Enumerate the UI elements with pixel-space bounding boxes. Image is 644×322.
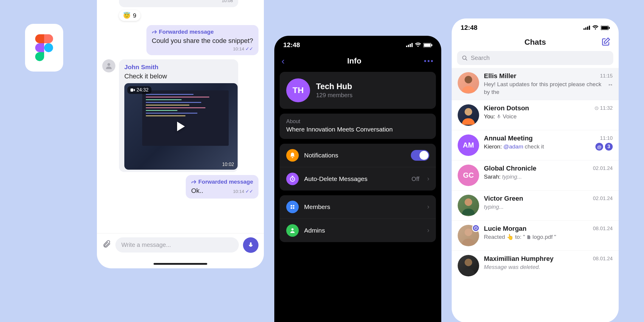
svg-rect-4 [406, 46, 407, 47]
chats-header: Chats [452, 34, 619, 51]
mic-icon [247, 242, 254, 248]
video-duration-badge: 24:32 [127, 86, 151, 94]
chat-preview: Message was deleted. [484, 263, 613, 271]
mention-badge: @ [595, 143, 603, 151]
chat-row[interactable]: Maximillian Humphrey 08.01.24 Message wa… [452, 251, 619, 281]
chat-preview: Reacted 👆 to: " logo.pdf" [484, 233, 613, 241]
page-title: Chats [524, 38, 546, 47]
admins-icon [286, 224, 299, 237]
svg-point-14 [291, 207, 292, 209]
svg-rect-22 [601, 26, 608, 30]
chat-name: Lucie Morgan [484, 225, 527, 233]
media-tabs: Media Files Voice Links [274, 320, 441, 322]
notifications-row[interactable]: Notifications [280, 144, 436, 167]
group-member-count: 129 members [316, 92, 352, 99]
chat-row[interactable]: GC Global Chronicle 02.01.24 Sarah: typi… [452, 160, 619, 191]
group-info-screen: 12:48 ‹ Info ••• TH Tech Hub 129 members… [274, 36, 441, 322]
chat-name: Ellis Miller [484, 72, 516, 80]
wifi-icon [415, 43, 421, 47]
message-outgoing[interactable]: Forwarded message Could you share the co… [146, 25, 258, 55]
message-time: 10:14 [233, 46, 244, 51]
message-input[interactable]: Write a message... [115, 237, 239, 253]
group-name: Tech Hub [316, 82, 352, 91]
chats-list-screen: 12:48 Chats Search Ellis Miller 11:15 He… [452, 18, 619, 322]
svg-rect-2 [131, 88, 133, 92]
file-icon [527, 235, 531, 239]
group-header-card[interactable]: TH Tech Hub 129 members [280, 72, 436, 109]
search-input[interactable]: Search [457, 51, 613, 65]
chat-row[interactable]: Kieron Dotson 11:32 You: Voice [452, 100, 619, 130]
chat-name: Kieron Dotson [484, 104, 529, 112]
message-outgoing[interactable]: Forwarded message Ok.. 10:14✓✓ [186, 175, 258, 199]
compose-icon [601, 37, 610, 46]
chat-row[interactable]: AM Annual Meeting 11:10 Kieron: @adam ch… [452, 130, 619, 160]
chat-screen: Michael Brown Need some help, folks. Any… [97, 0, 264, 268]
svg-point-1 [107, 63, 110, 66]
svg-rect-19 [587, 27, 588, 30]
chat-time: 08.01.24 [593, 226, 613, 232]
chat-row[interactable]: Lucie Morgan 08.01.24 Reacted 👆 to: " lo… [452, 221, 619, 251]
chat-row[interactable]: Ellis Miller 11:15 Hey! Last updates for… [452, 68, 619, 100]
timer-icon [286, 173, 299, 185]
chat-avatar [458, 195, 479, 216]
admins-row[interactable]: Admins › [280, 219, 436, 242]
chat-preview: Kieron: @adam check it [484, 143, 592, 151]
svg-point-32 [465, 259, 472, 266]
svg-point-15 [293, 207, 295, 209]
chat-time: 08.01.24 [593, 256, 613, 262]
more-menu-button[interactable]: ••• [424, 57, 434, 65]
signal-icon [406, 43, 413, 47]
message-text: Could you share the code snippet? [152, 36, 253, 45]
sender-name: John Smith [124, 64, 233, 71]
forwarded-label: Forwarded message [152, 29, 253, 35]
svg-point-12 [291, 205, 292, 207]
chat-time: 11:10 [600, 135, 613, 141]
video-attachment[interactable]: 24:32 10:02 [124, 83, 238, 170]
scheduled-badge-icon [472, 224, 480, 232]
svg-rect-28 [498, 114, 499, 117]
battery-icon [601, 26, 610, 30]
figma-logo-badge [25, 24, 63, 72]
figma-logo-icon [35, 34, 53, 61]
chat-name: Maximillian Humphrey [484, 255, 554, 263]
chat-avatar: AM [458, 134, 479, 156]
chat-name: Victor Green [484, 195, 523, 202]
message-incoming[interactable]: Michael Brown Need some help, folks. Any… [102, 0, 258, 7]
about-card: About Where Innovation Meets Conversatio… [280, 114, 436, 139]
chat-preview: typing... [484, 203, 613, 211]
attach-icon[interactable] [102, 239, 111, 250]
settings-card: Notifications Auto-Delete Messages Off › [280, 144, 436, 191]
mic-icon [496, 114, 501, 119]
svg-point-24 [463, 56, 466, 59]
voice-record-button[interactable] [243, 237, 258, 253]
svg-point-13 [293, 205, 295, 207]
status-bar: 12:48 [274, 36, 441, 51]
message-text: Ok.. [191, 186, 203, 195]
members-row[interactable]: Members › [280, 195, 436, 219]
avatar-icon [102, 59, 115, 72]
forwarded-label: Forwarded message [191, 179, 253, 185]
chat-time: 02.01.24 [593, 165, 613, 171]
chevron-right-icon: › [427, 175, 429, 183]
message-input-bar: Write a message... [97, 233, 264, 256]
autodelete-row[interactable]: Auto-Delete Messages Off › [280, 167, 436, 191]
message-incoming[interactable]: John Smith Check it below [102, 59, 258, 172]
chat-avatar [458, 104, 479, 126]
reaction-emoji: 😇 [123, 12, 131, 19]
chat-time: 02.01.24 [593, 196, 613, 202]
chat-time: 11:32 [595, 105, 613, 111]
compose-button[interactable] [601, 37, 610, 47]
reaction-chip[interactable]: 😇 9 [119, 10, 140, 21]
management-card: Members › Admins › [280, 195, 436, 242]
back-button[interactable]: ‹ [281, 55, 285, 66]
reaction-count: 9 [133, 12, 136, 19]
chat-row[interactable]: Victor Green 02.01.24 typing... [452, 191, 619, 221]
group-avatar: TH [286, 78, 310, 102]
svg-rect-10 [431, 44, 432, 46]
signal-icon [583, 26, 590, 30]
notifications-toggle[interactable] [411, 150, 429, 161]
chat-preview: Sarah: typing... [484, 173, 613, 181]
message-text: Check it below [124, 72, 233, 81]
nav-title: Info [347, 56, 361, 66]
svg-point-29 [465, 199, 472, 206]
